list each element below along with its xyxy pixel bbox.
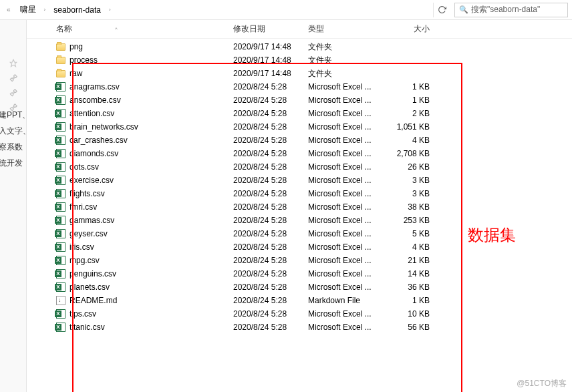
file-size: 4 KB — [386, 242, 432, 252]
pin-icon[interactable] — [9, 59, 18, 68]
pin-icon[interactable] — [9, 73, 18, 83]
file-date: 2020/8/24 5:28 — [231, 269, 305, 278]
column-header-size[interactable]: 大小 — [386, 23, 432, 35]
file-type: Microsoft Excel ... — [305, 309, 386, 319]
file-type: Microsoft Excel ... — [305, 109, 386, 118]
column-header-name[interactable]: 名称 ^ — [53, 23, 231, 35]
file-type: Microsoft Excel ... — [305, 216, 386, 225]
file-size: 38 KB — [386, 202, 432, 212]
file-type: Microsoft Excel ... — [305, 149, 386, 158]
nav-sidebar — [0, 20, 27, 392]
excel-file-icon — [56, 122, 65, 132]
table-row[interactable]: brain_networks.csv2020/8/24 5:28Microsof… — [53, 120, 572, 134]
file-name: titanic.csv — [69, 323, 105, 332]
search-placeholder: 搜索"seaborn-data" — [471, 4, 540, 15]
table-row[interactable]: titanic.csv2020/8/24 5:28Microsoft Excel… — [53, 321, 572, 334]
excel-file-icon — [56, 242, 65, 252]
column-header-date[interactable]: 修改日期 — [231, 23, 305, 35]
table-row[interactable]: raw2020/9/17 14:48文件夹 — [53, 67, 572, 80]
excel-file-icon — [56, 323, 65, 332]
file-size: 21 KB — [386, 256, 432, 265]
file-date: 2020/8/24 5:28 — [231, 109, 305, 118]
table-row[interactable]: attention.csv2020/8/24 5:28Microsoft Exc… — [53, 107, 572, 120]
file-size: 1 KB — [386, 296, 432, 305]
table-row[interactable]: png2020/9/17 14:48文件夹 — [53, 40, 572, 53]
table-row[interactable]: penguins.csv2020/8/24 5:28Microsoft Exce… — [53, 267, 572, 280]
refresh-button[interactable] — [433, 3, 450, 17]
file-size: 1 KB — [386, 95, 432, 105]
excel-file-icon — [56, 229, 65, 238]
table-row[interactable]: tips.csv2020/8/24 5:28Microsoft Excel ..… — [53, 307, 572, 321]
file-name: attention.csv — [69, 109, 114, 118]
pin-icon[interactable] — [9, 88, 18, 97]
table-row[interactable]: process2020/9/17 14:48文件夹 — [53, 53, 572, 67]
file-date: 2020/8/24 5:28 — [231, 82, 305, 91]
file-size: 3 KB — [386, 176, 432, 185]
file-name: png — [69, 42, 83, 51]
file-size: 253 KB — [386, 216, 432, 225]
watermark: @51CTO博客 — [517, 378, 567, 389]
file-date: 2020/8/24 5:28 — [231, 309, 305, 319]
table-row[interactable]: fmri.csv2020/8/24 5:28Microsoft Excel ..… — [53, 200, 572, 214]
excel-file-icon — [56, 282, 65, 292]
search-input[interactable]: 搜索"seaborn-data" — [454, 3, 568, 17]
file-name: gammas.csv — [69, 216, 114, 225]
excel-file-icon — [56, 309, 65, 319]
column-header-type[interactable]: 类型 — [305, 23, 386, 35]
file-size: 14 KB — [386, 269, 432, 278]
table-row[interactable]: car_crashes.csv2020/8/24 5:28Microsoft E… — [53, 134, 572, 147]
file-type: Microsoft Excel ... — [305, 189, 386, 198]
file-size: 36 KB — [386, 282, 432, 292]
file-date: 2020/8/24 5:28 — [231, 229, 305, 238]
excel-file-icon — [56, 149, 65, 158]
table-row[interactable]: exercise.csv2020/8/24 5:28Microsoft Exce… — [53, 174, 572, 187]
address-toolbar: « 啸星 › seaborn-data › 搜索"seaborn-data" — [0, 0, 572, 20]
table-row[interactable]: README.md2020/8/24 5:28Markdown File1 KB — [53, 294, 572, 307]
chevron-right-icon: › — [106, 5, 114, 14]
file-type: 文件夹 — [305, 55, 386, 66]
excel-file-icon — [56, 189, 65, 198]
excel-file-icon — [56, 136, 65, 145]
file-date: 2020/8/24 5:28 — [231, 95, 305, 105]
table-row[interactable]: flights.csv2020/8/24 5:28Microsoft Excel… — [53, 187, 572, 200]
file-type: Microsoft Excel ... — [305, 202, 386, 212]
file-date: 2020/8/24 5:28 — [231, 136, 305, 145]
table-row[interactable]: diamonds.csv2020/8/24 5:28Microsoft Exce… — [53, 147, 572, 160]
breadcrumb-segment[interactable]: 啸星 — [17, 3, 39, 17]
table-row[interactable]: mpg.csv2020/8/24 5:28Microsoft Excel ...… — [53, 254, 572, 267]
chevron-left-icon: « — [4, 5, 13, 15]
file-size: 10 KB — [386, 309, 432, 319]
file-date: 2020/8/24 5:28 — [231, 176, 305, 185]
file-name: dots.csv — [69, 162, 99, 172]
file-date: 2020/8/24 5:28 — [231, 189, 305, 198]
excel-file-icon — [56, 269, 65, 278]
file-date: 2020/8/24 5:28 — [231, 242, 305, 252]
file-name: mpg.csv — [69, 256, 100, 265]
file-date: 2020/9/17 14:48 — [231, 42, 305, 51]
content-area: 建PPT、 入文字、 察系数 统开发 名称 ^ 修改日期 类型 大小 png20… — [0, 20, 572, 392]
table-row[interactable]: anscombe.csv2020/8/24 5:28Microsoft Exce… — [53, 93, 572, 107]
folder-icon — [56, 70, 65, 77]
file-date: 2020/9/17 14:48 — [231, 69, 305, 78]
table-row[interactable]: planets.csv2020/8/24 5:28Microsoft Excel… — [53, 280, 572, 294]
file-size: 2,708 KB — [386, 149, 432, 158]
file-pane: 名称 ^ 修改日期 类型 大小 png2020/9/17 14:48文件夹pro… — [27, 20, 572, 392]
refresh-icon — [438, 5, 446, 14]
excel-file-icon — [56, 216, 65, 225]
breadcrumb-segment[interactable]: seaborn-data — [51, 4, 104, 16]
file-type: Microsoft Excel ... — [305, 82, 386, 91]
table-row[interactable]: anagrams.csv2020/8/24 5:28Microsoft Exce… — [53, 80, 572, 93]
file-size: 56 KB — [386, 323, 432, 332]
breadcrumb[interactable]: « 啸星 › seaborn-data › — [4, 3, 433, 17]
table-row[interactable]: dots.csv2020/8/24 5:28Microsoft Excel ..… — [53, 160, 572, 174]
file-type: Microsoft Excel ... — [305, 176, 386, 185]
annotation-label: 数据集 — [468, 224, 516, 246]
file-type: Microsoft Excel ... — [305, 162, 386, 172]
file-name: anscombe.csv — [69, 95, 121, 105]
file-size: 5 KB — [386, 229, 432, 238]
file-date: 2020/8/24 5:28 — [231, 216, 305, 225]
file-name: README.md — [69, 296, 117, 305]
file-date: 2020/8/24 5:28 — [231, 323, 305, 332]
file-date: 2020/8/24 5:28 — [231, 122, 305, 132]
file-date: 2020/8/24 5:28 — [231, 149, 305, 158]
